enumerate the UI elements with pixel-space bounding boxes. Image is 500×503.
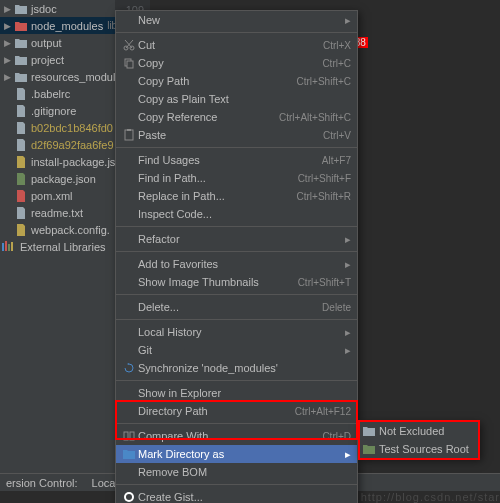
expand-arrow-icon: ▶ bbox=[4, 55, 14, 65]
tree-item-label: .gitignore bbox=[31, 105, 76, 117]
menu-paste[interactable]: PasteCtrl+V bbox=[116, 126, 357, 144]
menu-item-label: Local History bbox=[138, 326, 341, 338]
submenu-not-excluded[interactable]: Not Excluded bbox=[359, 422, 479, 440]
menu-local-history[interactable]: Local History▸ bbox=[116, 323, 357, 341]
submenu-arrow-icon: ▸ bbox=[341, 258, 351, 271]
menu-item-label: Mark Directory as bbox=[138, 448, 341, 460]
tree-item-label: project bbox=[31, 54, 64, 66]
tree-item-readme-txt[interactable]: readme.txt bbox=[0, 204, 115, 221]
menu-new[interactable]: New▸ bbox=[116, 11, 357, 29]
tree-item-label: .babelrc bbox=[31, 88, 70, 100]
tree-item-label: node_modules bbox=[31, 20, 103, 32]
file-js-icon bbox=[14, 224, 28, 236]
submenu-arrow-icon: ▸ bbox=[341, 326, 351, 339]
menu-separator bbox=[116, 32, 357, 33]
submenu-arrow-icon: ▸ bbox=[341, 344, 351, 357]
menu-remove-bom[interactable]: Remove BOM bbox=[116, 463, 357, 481]
tree-item-b02bdc1b846fd0[interactable]: b02bdc1b846fd0 bbox=[0, 119, 115, 136]
menu-create-gist---[interactable]: Create Gist... bbox=[116, 488, 357, 503]
menu-shortcut: Ctrl+Alt+F12 bbox=[295, 406, 351, 417]
tree-item--gitignore[interactable]: .gitignore bbox=[0, 102, 115, 119]
folder-red-icon bbox=[14, 21, 28, 31]
svg-rect-1 bbox=[5, 241, 7, 251]
submenu-arrow-icon: ▸ bbox=[341, 448, 351, 461]
tree-item-label: webpack.config. bbox=[31, 224, 110, 236]
menu-item-label: Copy Reference bbox=[138, 111, 279, 123]
folder-green-icon bbox=[363, 444, 379, 454]
menu-copy-as-plain-text[interactable]: Copy as Plain Text bbox=[116, 90, 357, 108]
tree-item-d2f69a92faa6fe9[interactable]: d2f69a92faa6fe9 bbox=[0, 136, 115, 153]
menu-item-label: Show Image Thumbnails bbox=[138, 276, 298, 288]
menu-item-label: Synchronize 'node_modules' bbox=[138, 362, 351, 374]
menu-item-label: Inspect Code... bbox=[138, 208, 351, 220]
svg-rect-2 bbox=[8, 244, 10, 251]
menu-item-label: Find in Path... bbox=[138, 172, 298, 184]
menu-replace-in-path---[interactable]: Replace in Path...Ctrl+Shift+R bbox=[116, 187, 357, 205]
tree-item-webpack-config-[interactable]: webpack.config. bbox=[0, 221, 115, 238]
tree-item-label: install-package.js bbox=[31, 156, 115, 168]
menu-item-label: Replace in Path... bbox=[138, 190, 297, 202]
menu-shortcut: Ctrl+Alt+Shift+C bbox=[279, 112, 351, 123]
file-y-icon bbox=[14, 139, 28, 151]
file-txt-icon bbox=[14, 207, 28, 219]
tree-item-resources-module[interactable]: ▶resources_module bbox=[0, 68, 115, 85]
svg-rect-0 bbox=[2, 243, 4, 251]
tree-item--babelrc[interactable]: .babelrc bbox=[0, 85, 115, 102]
tree-item-install-package-js[interactable]: install-package.js bbox=[0, 153, 115, 170]
tree-item-label: package.json bbox=[31, 173, 96, 185]
copy-icon bbox=[120, 57, 138, 69]
tree-item-node-modules[interactable]: ▶node_moduleslibrary root bbox=[0, 17, 115, 34]
tree-item-project[interactable]: ▶project bbox=[0, 51, 115, 68]
menu-git[interactable]: Git▸ bbox=[116, 341, 357, 359]
mark-directory-submenu: Not ExcludedTest Sources Root bbox=[358, 421, 480, 459]
tree-item-label: b02bdc1b846fd0 bbox=[31, 122, 113, 134]
menu-separator bbox=[116, 423, 357, 424]
tree-item-jsdoc[interactable]: ▶jsdoc bbox=[0, 0, 115, 17]
menu-copy-path[interactable]: Copy PathCtrl+Shift+C bbox=[116, 72, 357, 90]
menu-compare-with---[interactable]: Compare With...Ctrl+D bbox=[116, 427, 357, 445]
menu-add-to-favorites[interactable]: Add to Favorites▸ bbox=[116, 255, 357, 273]
menu-show-in-explorer[interactable]: Show in Explorer bbox=[116, 384, 357, 402]
menu-item-label: Create Gist... bbox=[138, 491, 351, 503]
folder-icon bbox=[14, 4, 28, 14]
menu-shortcut: Ctrl+Shift+F bbox=[298, 173, 351, 184]
tree-item-label: output bbox=[31, 37, 62, 49]
menu-synchronize--node-modules-[interactable]: Synchronize 'node_modules' bbox=[116, 359, 357, 377]
tree-item-output[interactable]: ▶output bbox=[0, 34, 115, 51]
menu-cut[interactable]: CutCtrl+X bbox=[116, 36, 357, 54]
tree-item-pom-xml[interactable]: pom.xml bbox=[0, 187, 115, 204]
menu-separator bbox=[116, 294, 357, 295]
menu-separator bbox=[116, 147, 357, 148]
menu-item-label: Compare With... bbox=[138, 430, 322, 442]
menu-item-label: Remove BOM bbox=[138, 466, 351, 478]
menu-mark-directory-as[interactable]: Mark Directory as▸ bbox=[116, 445, 357, 463]
menu-find-usages[interactable]: Find UsagesAlt+F7 bbox=[116, 151, 357, 169]
tree-item-package-json[interactable]: package.json bbox=[0, 170, 115, 187]
external-libraries[interactable]: External Libraries bbox=[0, 238, 115, 255]
menu-directory-path[interactable]: Directory PathCtrl+Alt+F12 bbox=[116, 402, 357, 420]
menu-item-label: Copy Path bbox=[138, 75, 297, 87]
menu-copy-reference[interactable]: Copy ReferenceCtrl+Alt+Shift+C bbox=[116, 108, 357, 126]
compare-icon bbox=[120, 430, 138, 442]
menu-delete---[interactable]: Delete...Delete bbox=[116, 298, 357, 316]
folder-icon bbox=[363, 426, 379, 436]
menu-find-in-path---[interactable]: Find in Path...Ctrl+Shift+F bbox=[116, 169, 357, 187]
svg-line-6 bbox=[126, 40, 133, 48]
svg-rect-12 bbox=[124, 432, 128, 440]
paste-icon bbox=[120, 129, 138, 141]
menu-item-label: New bbox=[138, 14, 341, 26]
menu-refactor[interactable]: Refactor▸ bbox=[116, 230, 357, 248]
menu-show-image-thumbnails[interactable]: Show Image ThumbnailsCtrl+Shift+T bbox=[116, 273, 357, 291]
sync-icon bbox=[120, 362, 138, 374]
menu-item-label: Find Usages bbox=[138, 154, 322, 166]
menu-copy[interactable]: CopyCtrl+C bbox=[116, 54, 357, 72]
file-y-icon bbox=[14, 122, 28, 134]
file-js-icon bbox=[14, 156, 28, 168]
menu-shortcut: Delete bbox=[322, 302, 351, 313]
menu-inspect-code---[interactable]: Inspect Code... bbox=[116, 205, 357, 223]
menu-item-label: Directory Path bbox=[138, 405, 295, 417]
submenu-arrow-icon: ▸ bbox=[341, 233, 351, 246]
submenu-test-sources-root[interactable]: Test Sources Root bbox=[359, 440, 479, 458]
svg-rect-3 bbox=[11, 242, 13, 251]
expand-arrow-icon: ▶ bbox=[4, 21, 14, 31]
